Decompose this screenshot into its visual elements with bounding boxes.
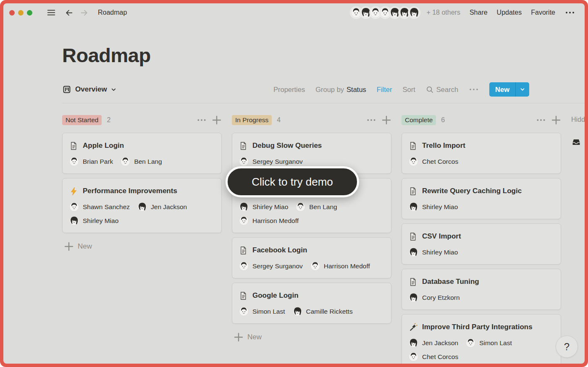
help-button[interactable]: ? [556,336,578,358]
assignee: Simon Last [466,338,512,348]
new-card-button[interactable]: New [232,332,391,342]
card-title: Database Tuning [422,276,479,287]
group-by-value: Status [346,86,366,94]
card-title: CSV Import [422,231,461,242]
view-switcher[interactable]: Overview [62,85,116,94]
board-card[interactable]: Rewrite Query Caching LogicShirley Miao [402,178,561,219]
share-button[interactable]: Share [470,9,488,16]
more-menu-icon[interactable] [564,8,575,17]
no-status-group[interactable]: No Status [571,137,585,147]
assignee: Chet Corcos [409,157,458,166]
avatar [293,307,302,316]
favorite-button[interactable]: Favorite [531,9,555,16]
avatar [409,352,418,362]
status-chip[interactable]: Complete [402,115,436,125]
column-more-icon[interactable] [366,115,376,125]
avatar [69,216,79,225]
assignee-name: Shirley Miao [422,203,458,211]
sort-button[interactable]: Sort [403,86,415,94]
close-window-button[interactable] [9,10,15,16]
toolbar-more-icon[interactable] [469,85,479,94]
board-card[interactable]: Improve Third Party IntegrationsJen Jack… [402,314,561,364]
assignee-name: Chet Corcos [422,158,458,165]
board-card[interactable]: Facebook LoginSergey SurganovHarrison Me… [232,237,391,278]
card-title: Debug Slow Queries [252,140,322,151]
board-card[interactable]: Trello ImportChet Corcos [402,133,561,174]
column-add-icon[interactable] [212,115,222,125]
card-title: Performance Improvements [83,186,177,197]
kanban-board: Not Started2Apple LoginBrian ParkBen Lan… [62,114,585,364]
lightning-icon [69,187,78,196]
column-count: 4 [277,116,281,124]
card-assignees: Shirley MiaoBen LangHarrison Medoff [239,202,384,225]
collaborator-avatar[interactable] [408,6,420,19]
others-count[interactable]: + 18 others [426,9,460,16]
view-toolbar: Overview Properties Group by Status Filt… [62,82,585,97]
column-more-icon[interactable] [197,115,207,125]
hidden-columns: HiddenNo Status [571,114,585,147]
card-assignees: Simon LastCamille Ricketts [239,307,384,316]
try-demo-button[interactable]: Click to try demo [226,166,359,197]
assignee: Sergey Surganov [239,157,303,166]
assignee-name: Jen Jackson [422,339,458,347]
board-column-not-started: Not Started2Apple LoginBrian ParkBen Lan… [62,114,222,252]
updates-button[interactable]: Updates [497,9,522,16]
assignee-name: Brian Park [83,158,113,165]
card-assignees: Cory Etzkorn [409,293,554,302]
plug-icon [409,323,417,332]
board-card[interactable]: CSV ImportShirley Miao [402,223,561,265]
status-chip[interactable]: In Progress [232,115,272,125]
board-card[interactable]: Google LoginSimon LastCamille Ricketts [232,283,391,324]
search-button[interactable]: Search [426,86,458,94]
assignee-name: Simon Last [252,308,285,315]
assignee-name: Sergey Surganov [252,158,303,165]
new-card-button[interactable]: New [62,241,222,252]
assignee: Ben Lang [296,202,337,212]
board-card[interactable]: Database TuningCory Etzkorn [402,269,561,310]
column-header: In Progress4 [232,114,391,126]
minimize-window-button[interactable] [18,10,24,16]
board-card[interactable]: Apple LoginBrian ParkBen Lang [62,133,222,174]
avatar [409,202,418,212]
assignee-name: Harrison Medoff [252,217,299,225]
group-by-button[interactable]: Group by Status [315,86,366,94]
card-assignees: Sergey Surganov [239,157,384,166]
column-more-icon[interactable] [536,115,546,125]
breadcrumb[interactable]: Roadmap [98,9,127,16]
assignee: Chet Corcos [409,352,458,362]
avatar [239,202,249,212]
filter-button[interactable]: Filter [377,86,392,94]
column-count: 6 [441,116,445,124]
traffic-lights [9,10,32,16]
back-arrow-icon[interactable] [64,8,74,17]
card-assignees: Shirley Miao [409,202,554,212]
properties-button[interactable]: Properties [273,86,305,94]
column-add-icon[interactable] [551,115,561,125]
sidebar-menu-icon[interactable] [47,8,56,17]
board-card[interactable]: Performance ImprovementsShawn SanchezJen… [62,178,222,233]
assignee: Sergey Surganov [239,261,303,271]
assignee: Ben Lang [121,157,162,166]
forward-arrow-icon[interactable] [79,8,89,17]
collaborator-avatars [350,6,420,19]
new-button-dropdown[interactable] [515,82,529,97]
doc-icon [239,142,248,150]
inbox-icon [571,137,581,147]
app-window: Roadmap + 18 others Share Updates Favori… [0,0,588,367]
card-assignees: Shawn SanchezJen JacksonShirley Miao [69,202,215,225]
doc-icon [409,187,417,196]
assignee: Harrison Medoff [310,261,370,271]
hidden-columns-label[interactable]: Hidden [571,116,585,123]
assignee: Shirley Miao [409,247,458,257]
assignee: Harrison Medoff [239,216,299,225]
column-add-icon[interactable] [381,115,391,125]
avatar [69,157,79,166]
new-button[interactable]: New [489,82,529,97]
avatar [239,157,249,166]
status-chip[interactable]: Not Started [62,115,102,125]
doc-icon [239,246,248,255]
assignee: Jen Jackson [137,202,187,212]
assignee-name: Harrison Medoff [324,262,370,270]
new-button-label[interactable]: New [489,82,515,97]
zoom-window-button[interactable] [27,10,32,16]
